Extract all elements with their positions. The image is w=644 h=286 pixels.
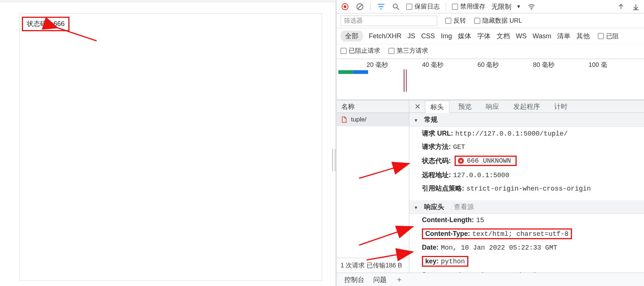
page-viewport: 状态码为666 bbox=[0, 0, 337, 286]
rendered-page: 状态码为666 bbox=[19, 13, 322, 281]
cat-all[interactable]: 全部 bbox=[341, 30, 363, 42]
row-referrer-policy: 引用站点策略:strict-origin-when-cross-origin bbox=[409, 182, 644, 195]
drawer-tabs: 控制台 问题 ＋ bbox=[337, 273, 644, 286]
tab-initiator[interactable]: 发起程序 bbox=[508, 101, 545, 113]
cat-media[interactable]: 媒体 bbox=[458, 32, 471, 40]
hide-data-urls-label: 隐藏数据 URL bbox=[482, 16, 522, 25]
cat-font[interactable]: 字体 bbox=[477, 32, 491, 40]
throttling-label: 无限制 bbox=[491, 2, 511, 11]
tab-response[interactable]: 响应 bbox=[481, 101, 504, 113]
row-status-code: 状态代码: 666 UNKNOWN bbox=[409, 153, 644, 168]
pane-resize-handle[interactable] bbox=[331, 147, 337, 173]
tab-strip-bg bbox=[0, 0, 335, 3]
section-general[interactable]: 常规 bbox=[409, 113, 644, 127]
blocked-req-label: 已阻止请求 bbox=[349, 46, 380, 55]
name-column-header[interactable]: 名称 bbox=[337, 100, 409, 113]
requests-summary: 1 次请求 已传输186 B bbox=[337, 258, 409, 273]
status-error-icon bbox=[458, 158, 464, 164]
throttling-select[interactable]: 无限制 ▼ bbox=[491, 2, 521, 11]
row-key: key:python bbox=[409, 254, 644, 269]
category-row-2: 已阻止请求 第三方请求 bbox=[337, 44, 644, 59]
close-icon[interactable]: ✕ bbox=[412, 101, 423, 112]
details-tabs: ✕ 标头 预览 响应 发起程序 计时 bbox=[409, 100, 644, 113]
cat-fetch-xhr[interactable]: Fetch/XHR bbox=[369, 32, 401, 40]
details-panel: ✕ 标头 预览 响应 发起程序 计时 常规 请求 URL:http://127.… bbox=[409, 100, 644, 273]
row-content-length: Content-Length:15 bbox=[409, 214, 644, 226]
cat-js[interactable]: JS bbox=[407, 32, 415, 40]
toolbar-separator bbox=[370, 3, 371, 11]
invert-label: 反转 bbox=[453, 16, 466, 25]
toolbar-separator bbox=[446, 3, 446, 11]
network-toolbar: 保留日志 禁用缓存 无限制 ▼ bbox=[337, 0, 644, 13]
blocked-resp-label: 已阻 bbox=[606, 32, 619, 40]
cat-other[interactable]: 其他 bbox=[576, 32, 590, 40]
svg-point-6 bbox=[393, 4, 397, 8]
cat-manifest[interactable]: 清单 bbox=[557, 32, 570, 40]
svg-line-7 bbox=[397, 7, 399, 10]
wifi-icon[interactable] bbox=[527, 2, 536, 11]
details-body: 常规 请求 URL:http://127.0.0.1:5000/tuple/ 请… bbox=[409, 113, 644, 273]
third-party-label: 第三方请求 bbox=[397, 46, 428, 55]
row-content-type: Content-Type:text/html; charset=utf-8 bbox=[409, 226, 644, 241]
row-date: Date:Mon, 10 Jan 2022 05:22:33 GMT bbox=[409, 241, 644, 254]
invert-checkbox[interactable]: 反转 bbox=[445, 16, 466, 25]
filter-bar: 筛选器 反转 隐藏数据 URL bbox=[337, 13, 644, 28]
blocked-req-checkbox[interactable]: 已阻止请求 bbox=[341, 46, 380, 55]
drawer-console[interactable]: 控制台 bbox=[344, 275, 364, 284]
content-type-highlight: Content-Type:text/html; charset=utf-8 bbox=[422, 228, 572, 239]
cat-ws[interactable]: WS bbox=[516, 32, 527, 40]
cat-css[interactable]: CSS bbox=[421, 32, 435, 40]
devtools-panel: 保留日志 禁用缓存 无限制 ▼ 筛选器 反转 隐藏数据 URL 全部 Fetch… bbox=[337, 0, 644, 286]
clear-icon[interactable] bbox=[355, 2, 364, 11]
hide-data-urls-checkbox[interactable]: 隐藏数据 URL bbox=[474, 16, 522, 25]
cat-doc[interactable]: 文档 bbox=[497, 32, 510, 40]
timeline-ticks: 20 毫秒 40 毫秒 60 毫秒 80 毫秒 100 毫 bbox=[337, 61, 644, 69]
status-highlight: 666 UNKNOWN bbox=[455, 156, 517, 166]
row-request-url: 请求 URL:http://127.0.0.1:5000/tuple/ bbox=[409, 127, 644, 140]
load-line bbox=[406, 69, 407, 92]
page-body-text: 状态码为666 bbox=[22, 17, 69, 31]
preserve-log-checkbox[interactable]: 保留日志 bbox=[406, 2, 440, 11]
cat-wasm[interactable]: Wasm bbox=[533, 32, 551, 40]
row-request-method: 请求方法:GET bbox=[409, 140, 644, 153]
svg-line-5 bbox=[358, 4, 362, 9]
search-icon[interactable] bbox=[391, 2, 400, 11]
key-highlight: key:python bbox=[422, 256, 468, 267]
document-icon bbox=[341, 116, 347, 123]
disable-cache-checkbox[interactable]: 禁用缓存 bbox=[452, 2, 485, 11]
timeline-overview[interactable]: 20 毫秒 40 毫秒 60 毫秒 80 毫秒 100 毫 bbox=[337, 59, 644, 100]
view-source-link[interactable]: 查看源 bbox=[454, 202, 474, 211]
download-icon[interactable] bbox=[631, 2, 640, 11]
preserve-log-label: 保留日志 bbox=[414, 2, 440, 11]
tab-timing[interactable]: 计时 bbox=[549, 101, 573, 113]
network-columns: 名称 tuple/ 1 次请求 已传输186 B ✕ 标头 预览 响应 发起程序… bbox=[337, 100, 644, 273]
record-icon[interactable] bbox=[341, 2, 349, 11]
drawer-issues[interactable]: 问题 bbox=[373, 275, 387, 284]
category-row: 全部 Fetch/XHR JS CSS Img 媒体 字体 文档 WS Wasm… bbox=[337, 28, 644, 44]
cat-img[interactable]: Img bbox=[441, 32, 452, 40]
filter-input[interactable]: 筛选器 bbox=[341, 16, 437, 26]
name-column: 名称 tuple/ 1 次请求 已传输186 B bbox=[337, 100, 409, 273]
svg-point-3 bbox=[344, 5, 346, 8]
tab-preview[interactable]: 预览 bbox=[453, 101, 477, 113]
section-response-headers[interactable]: 响应头查看源 bbox=[409, 200, 644, 214]
drawer-add-icon[interactable]: ＋ bbox=[396, 274, 403, 285]
domcontentloaded-line bbox=[404, 69, 404, 92]
third-party-checkbox[interactable]: 第三方请求 bbox=[388, 46, 428, 55]
disable-cache-label: 禁用缓存 bbox=[460, 2, 485, 11]
row-remote-address: 远程地址:127.0.0.1:5000 bbox=[409, 168, 644, 182]
blocked-resp-checkbox[interactable]: 已阻 bbox=[598, 32, 619, 40]
request-name: tuple/ bbox=[351, 116, 367, 123]
row-server: Server:Werkzeug/2.0.2 Python/3.8.5 bbox=[409, 269, 644, 273]
filter-icon[interactable] bbox=[377, 2, 386, 11]
upload-icon[interactable] bbox=[617, 2, 625, 11]
timeline-bar bbox=[338, 70, 370, 74]
svg-point-8 bbox=[531, 9, 532, 10]
tab-headers[interactable]: 标头 bbox=[425, 101, 449, 113]
request-row[interactable]: tuple/ bbox=[337, 113, 409, 126]
